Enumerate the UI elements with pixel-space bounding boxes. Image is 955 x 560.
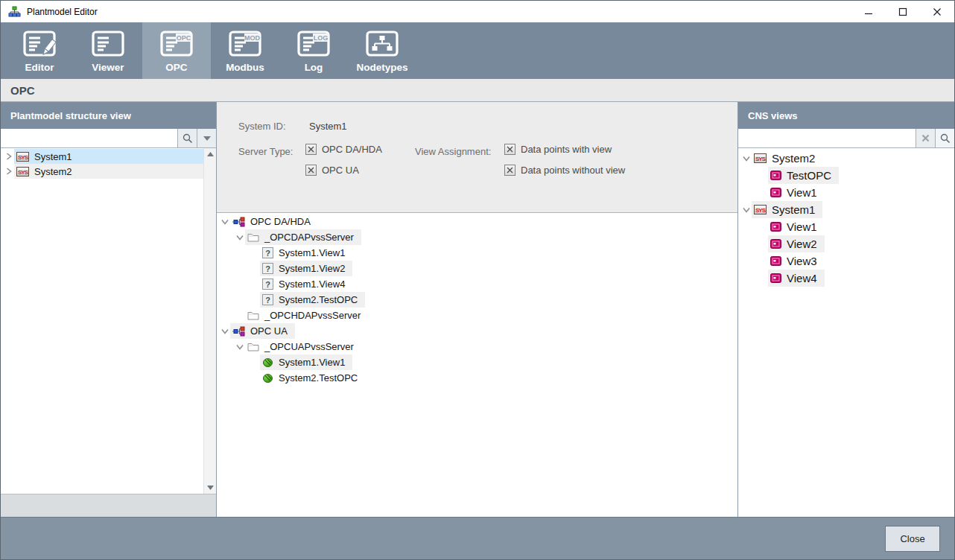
cns-views-panel: CNS views SYSSystem2TestOPCView1SYSSyste… [738, 102, 954, 517]
opc-ua-checkbox[interactable] [305, 165, 317, 176]
chevron-down-icon[interactable] [220, 328, 230, 334]
tree-item[interactable]: OPC UA [217, 323, 737, 339]
tree-item[interactable]: TestOPC [738, 167, 954, 184]
tree-item[interactable]: ?System1.View2 [217, 261, 737, 276]
tree-item-label: _OPCDAPvssServer [264, 232, 354, 243]
tree-item[interactable]: System2.TestOPC [217, 370, 737, 386]
tree-item-label: System2.TestOPC [279, 372, 358, 384]
tree-item[interactable]: View4 [738, 270, 954, 287]
tree-item-label: System2 [34, 166, 72, 177]
tree-item[interactable]: View2 [738, 235, 954, 252]
opc-info-box: System ID: System1 Server Type: OPC DA/H… [217, 102, 737, 213]
close-window-button[interactable] [920, 1, 954, 22]
chevron-down-icon[interactable] [741, 207, 752, 213]
network-icon [232, 326, 245, 337]
toolbar-button-nodetypes[interactable]: Nodetypes [348, 22, 416, 79]
app-icon [8, 6, 21, 18]
toolbar-button-log[interactable]: LOGLog [279, 22, 348, 79]
system-icon: SYS [754, 205, 767, 214]
chevron-down-icon[interactable] [741, 156, 752, 162]
opc-server-tree: OPC DA/HDA_OPCDAPvssServer?System1.View1… [217, 213, 737, 517]
tree-item[interactable]: View1 [738, 184, 954, 201]
opc-icon: OPC [159, 28, 194, 60]
toolbar-button-label: Editor [25, 62, 54, 73]
chevron-down-icon[interactable] [220, 219, 230, 225]
svg-text:SYS: SYS [18, 168, 29, 175]
tree-item-label: System1 [34, 151, 72, 162]
folder-icon [247, 311, 259, 320]
question-icon: ? [262, 279, 273, 290]
question-icon: ? [262, 263, 273, 274]
view-icon [770, 188, 781, 197]
toolbar-button-modbus[interactable]: MODModbus [211, 22, 279, 79]
toolbar-button-editor[interactable]: Editor [5, 22, 74, 79]
tree-item[interactable]: OPC DA/HDA [217, 214, 737, 229]
scroll-down-button[interactable] [204, 482, 217, 494]
chevron-down-icon[interactable] [235, 235, 245, 241]
x-mark-icon [308, 146, 314, 153]
tree-item[interactable]: _OPCDAPvssServer [217, 229, 737, 245]
scroll-down-icon [207, 486, 214, 490]
tree-item[interactable]: SYSSystem2 [1, 164, 203, 179]
tree-item-label: View1 [787, 186, 817, 199]
data-points-without-view-checkbox[interactable] [504, 165, 515, 176]
main-area: Plantmodel structure view SYSSystem1SYSS… [1, 102, 954, 517]
tree-item-label: OPC DA/HDA [250, 216, 311, 227]
cns-search-clear-button[interactable] [916, 129, 935, 147]
system-icon: SYS [754, 153, 767, 163]
structure-filter-dropdown-button[interactable] [197, 129, 216, 147]
chevron-down-icon[interactable] [235, 344, 245, 350]
tree-item[interactable]: ?System2.TestOPC [217, 292, 737, 308]
checkbox-group-opc-ua: OPC UA [305, 165, 359, 176]
structure-search-button[interactable] [177, 129, 197, 147]
tree-item[interactable]: View3 [738, 252, 954, 270]
maximize-button[interactable] [886, 1, 920, 22]
footer-bar: Close [1, 517, 954, 559]
tree-item[interactable]: SYSSystem1 [1, 149, 203, 164]
tree-item[interactable]: System1.View1 [217, 354, 737, 370]
tree-item[interactable]: ?System1.View1 [217, 245, 737, 261]
tree-item-label: System2.TestOPC [279, 294, 358, 305]
tree-item[interactable]: ?System1.View4 [217, 276, 737, 292]
view-assignment-label: View Assignment: [415, 146, 491, 157]
tree-item-label: View2 [787, 238, 817, 250]
svg-text:LOG: LOG [314, 34, 329, 42]
toolbar-button-label: Nodetypes [356, 62, 407, 73]
cns-search-input[interactable] [738, 129, 916, 147]
tag-icon [262, 372, 273, 384]
svg-text:?: ? [265, 280, 270, 289]
right-panel-title: CNS views [738, 102, 954, 129]
svg-text:?: ? [265, 296, 270, 305]
chevron-right-icon[interactable] [4, 153, 14, 160]
structure-search-input[interactable] [1, 129, 177, 147]
question-icon: ? [262, 247, 273, 258]
cns-search-button[interactable] [935, 129, 954, 147]
titlebar: Plantmodel Editor [1, 1, 954, 22]
editor-icon [22, 28, 57, 60]
left-panel-footer-strip [1, 494, 216, 517]
data-points-with-view-checkbox[interactable] [504, 144, 515, 155]
tree-item[interactable]: View1 [738, 218, 954, 235]
left-tree-scrollbar[interactable] [203, 148, 216, 494]
tree-item-label: System1.View1 [279, 357, 345, 368]
minimize-button[interactable] [851, 1, 886, 22]
chevron-right-icon[interactable] [4, 168, 14, 175]
toolbar-button-viewer[interactable]: Viewer [74, 22, 142, 79]
tree-item[interactable]: _OPCUAPvssServer [217, 339, 737, 354]
view-icon [770, 171, 781, 180]
modbus-icon: MOD [228, 28, 262, 60]
tree-item[interactable]: SYSSystem1 [738, 201, 954, 218]
opc-da-hda-checkbox[interactable] [305, 144, 317, 155]
scroll-up-button[interactable] [204, 148, 217, 160]
left-search-row [1, 129, 216, 148]
magnifier-icon [183, 133, 193, 144]
tree-item[interactable]: _OPCHDAPvssServer [217, 308, 737, 323]
checkbox-group-with-view: Data points with view [504, 144, 612, 155]
tree-item-label: View4 [787, 272, 817, 284]
system-id-value: System1 [309, 121, 347, 132]
close-button[interactable]: Close [885, 526, 940, 552]
tree-item[interactable]: SYSSystem2 [738, 150, 954, 167]
folder-icon [247, 342, 259, 351]
checkbox-group-opc-da-hda: OPC DA/HDA [305, 144, 382, 155]
toolbar-button-opc[interactable]: OPCOPC [142, 22, 211, 79]
